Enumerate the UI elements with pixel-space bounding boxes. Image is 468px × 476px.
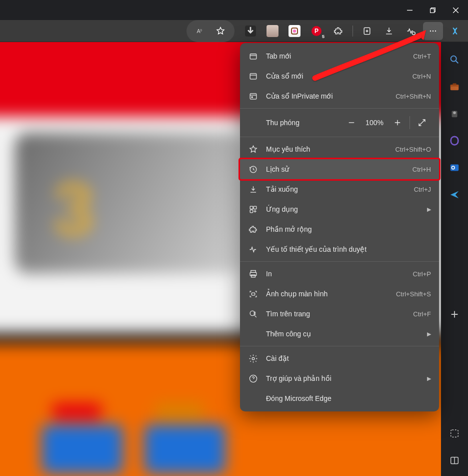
history-icon <box>248 164 258 174</box>
menu-item-label: Mục yêu thích <box>266 145 387 153</box>
blank-icon <box>248 393 258 403</box>
menu-item-star[interactable]: Mục yêu thíchCtrl+Shift+O <box>240 139 439 159</box>
menu-item-label: Đóng Microsoft Edge <box>266 394 431 402</box>
outlook-icon[interactable] <box>448 161 461 174</box>
menu-item-help[interactable]: Trợ giúp và phản hồi▶ <box>240 368 439 388</box>
pulse-icon <box>248 244 258 254</box>
menu-item-label: Lịch sử <box>266 165 404 173</box>
help-icon <box>248 373 258 383</box>
inprivate-icon <box>248 91 258 101</box>
avatar-icon[interactable] <box>262 22 282 40</box>
menu-item-apps[interactable]: Ứng dụng▶ <box>240 199 439 219</box>
menu-item-dl[interactable]: Tải xuốngCtrl+J <box>240 179 439 199</box>
zoom-out-button[interactable] <box>342 114 360 132</box>
menu-item-shortcut: Ctrl+H <box>412 166 431 173</box>
menu-item-label: Ứng dụng <box>266 205 419 213</box>
downloads-icon[interactable] <box>379 22 399 40</box>
instagram-icon[interactable] <box>284 22 304 40</box>
more-button[interactable] <box>423 22 443 40</box>
chevron-right-icon: ▶ <box>427 331 431 337</box>
search-icon[interactable] <box>448 53 461 66</box>
menu-item-shortcut: Ctrl+Shift+S <box>396 290 431 298</box>
tab-icon <box>248 51 258 61</box>
print-icon <box>248 269 258 279</box>
menu-item-label: Tìm trên trang <box>266 310 405 318</box>
menu-item-shortcut: Ctrl+Shift+O <box>395 146 431 153</box>
extensions-icon[interactable] <box>328 22 348 40</box>
screenshot-icon[interactable] <box>448 427 461 440</box>
menu-item-tab[interactable]: Tab mớiCtrl+T <box>240 46 439 66</box>
svg-rect-18 <box>451 430 458 437</box>
zoom-row: Thu phóng100% <box>240 111 439 135</box>
menu-item-ext[interactable]: Phần mở rộng <box>240 219 439 239</box>
split-screen-icon[interactable] <box>448 454 461 467</box>
collections-icon[interactable] <box>357 22 377 40</box>
idm-icon[interactable] <box>240 22 260 40</box>
games-icon[interactable] <box>448 107 461 120</box>
menu-item-label: Trợ giúp và phản hồi <box>266 374 419 382</box>
svg-point-8 <box>435 30 436 31</box>
svg-point-33 <box>252 357 254 360</box>
menu-item-gear[interactable]: Cài đặt <box>240 348 439 368</box>
menu-separator <box>240 346 439 346</box>
zoom-value: 100% <box>360 119 388 127</box>
menu-item-plain[interactable]: Thêm công cụ▶ <box>240 324 439 344</box>
svg-rect-27 <box>250 210 253 213</box>
menu-item-pulse[interactable]: Yếu tố thiết yếu của trình duyệt <box>240 239 439 259</box>
zoom-label: Thu phóng <box>266 119 342 127</box>
minimize-button[interactable] <box>398 0 421 20</box>
read-aloud-icon[interactable]: A)) <box>190 22 210 40</box>
blank-icon <box>248 329 258 339</box>
menu-item-print[interactable]: InCtrl+P <box>240 264 439 284</box>
chevron-right-icon: ▶ <box>427 375 431 382</box>
svg-rect-30 <box>251 275 255 277</box>
svg-point-6 <box>430 30 431 31</box>
svg-rect-31 <box>252 293 254 295</box>
send-icon[interactable] <box>448 188 461 201</box>
performance-icon[interactable] <box>401 22 421 40</box>
close-button[interactable] <box>444 0 467 20</box>
dl-icon <box>248 184 258 194</box>
menu-item-window[interactable]: Cửa sổ mớiCtrl+N <box>240 66 439 86</box>
svg-rect-22 <box>250 93 256 99</box>
svg-text:)): )) <box>200 29 202 32</box>
copilot-icon[interactable] <box>445 22 465 40</box>
svg-rect-23 <box>251 96 252 98</box>
settings-menu: Tab mớiCtrl+TCửa sổ mớiCtrl+NCửa sổ InPr… <box>240 43 439 411</box>
menu-item-inprivate[interactable]: Cửa sổ InPrivate mớiCtrl+Shift+N <box>240 86 439 106</box>
m365-icon[interactable] <box>448 134 461 147</box>
zoom-in-button[interactable] <box>388 114 406 132</box>
fullscreen-button[interactable] <box>413 114 431 132</box>
address-actions: A)) <box>186 20 234 42</box>
menu-item-capture[interactable]: Ảnh chụp màn hìnhCtrl+Shift+S <box>240 284 439 304</box>
capture-icon <box>248 289 258 299</box>
menu-item-find[interactable]: Tìm trên trangCtrl+F <box>240 304 439 324</box>
menu-separator <box>240 137 439 137</box>
menu-item-label: Tab mới <box>266 52 405 60</box>
browser-toolbar: A)) P5 <box>0 20 468 42</box>
menu-item-shortcut: Ctrl+J <box>414 186 431 193</box>
menu-item-history[interactable]: Lịch sửCtrl+H <box>240 159 439 179</box>
menu-item-label: Ảnh chụp màn hình <box>266 290 388 298</box>
svg-point-7 <box>432 30 434 31</box>
favorite-icon[interactable] <box>210 22 230 40</box>
gear-icon <box>248 353 258 363</box>
badge-count: 5 <box>322 34 324 39</box>
menu-item-label: Yếu tố thiết yếu của trình duyệt <box>266 245 431 253</box>
menu-item-label: Phần mở rộng <box>266 225 431 233</box>
window-titlebar <box>0 0 468 20</box>
svg-rect-20 <box>250 54 256 59</box>
svg-rect-25 <box>250 206 253 209</box>
menu-item-plain[interactable]: Đóng Microsoft Edge <box>240 388 439 408</box>
window-icon <box>248 71 258 81</box>
menu-item-shortcut: Ctrl+P <box>413 270 431 278</box>
ext-icon <box>248 224 258 234</box>
maximize-button[interactable] <box>421 0 444 20</box>
menu-item-label: In <box>266 270 405 278</box>
add-icon[interactable] <box>448 308 461 321</box>
pinterest-icon[interactable]: P5 <box>306 22 326 40</box>
briefcase-icon[interactable] <box>448 80 461 93</box>
apps-icon <box>248 204 258 214</box>
svg-point-5 <box>412 32 416 35</box>
chevron-right-icon: ▶ <box>427 206 431 213</box>
